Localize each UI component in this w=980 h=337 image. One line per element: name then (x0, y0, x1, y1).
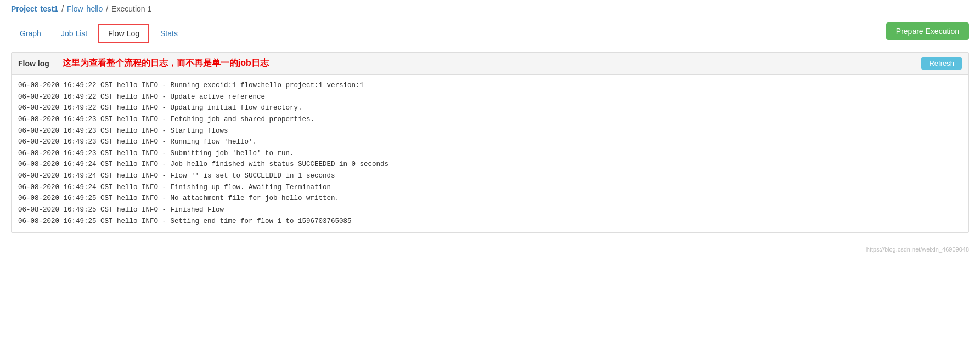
log-line: 06-08-2020 16:49:23 CST hello INFO - Sta… (18, 125, 962, 137)
log-line: 06-08-2020 16:49:22 CST hello INFO - Upd… (18, 92, 962, 103)
tab-flow-log[interactable]: Flow Log (98, 24, 149, 43)
log-line: 06-08-2020 16:49:24 CST hello INFO - Fin… (18, 182, 962, 193)
log-content: 06-08-2020 16:49:22 CST hello INFO - Run… (12, 75, 968, 232)
tab-graph[interactable]: Graph (11, 25, 50, 42)
log-line: 06-08-2020 16:49:24 CST hello INFO - Flo… (18, 170, 962, 182)
log-line: 06-08-2020 16:49:25 CST hello INFO - Set… (18, 216, 962, 227)
log-line: 06-08-2020 16:49:23 CST hello INFO - Sub… (18, 148, 962, 159)
log-line: 06-08-2020 16:49:22 CST hello INFO - Upd… (18, 102, 962, 114)
log-line: 06-08-2020 16:49:25 CST hello INFO - Fin… (18, 204, 962, 216)
log-line: 06-08-2020 16:49:24 CST hello INFO - Job… (18, 159, 962, 170)
breadcrumb: Project test1 / Flow hello / Execution 1 (0, 0, 980, 18)
breadcrumb-flow-label: Flow (67, 4, 83, 13)
breadcrumb-flow-name[interactable]: hello (87, 4, 103, 13)
breadcrumb-sep1: / (61, 4, 64, 13)
flowlog-notice: 这里为查看整个流程的日志，而不再是单一的job日志 (63, 58, 269, 69)
log-line: 06-08-2020 16:49:23 CST hello INFO - Fet… (18, 114, 962, 125)
flowlog-header: Flow log 这里为查看整个流程的日志，而不再是单一的job日志 Refre… (12, 53, 968, 75)
tab-job-list[interactable]: Job List (52, 25, 96, 42)
flowlog-section: Flow log 这里为查看整个流程的日志，而不再是单一的job日志 Refre… (11, 52, 969, 233)
breadcrumb-execution: Execution 1 (111, 4, 151, 13)
flowlog-title: Flow log (18, 59, 49, 68)
log-line: 06-08-2020 16:49:25 CST hello INFO - No … (18, 193, 962, 204)
log-line: 06-08-2020 16:49:23 CST hello INFO - Run… (18, 136, 962, 148)
tab-stats[interactable]: Stats (151, 25, 187, 42)
tabs-row: Graph Job List Flow Log Stats Prepare Ex… (0, 18, 980, 43)
breadcrumb-project-name[interactable]: test1 (40, 4, 58, 13)
prepare-execution-button[interactable]: Prepare Execution (886, 22, 969, 40)
refresh-button[interactable]: Refresh (921, 57, 962, 70)
breadcrumb-sep2: / (106, 4, 108, 13)
log-line: 06-08-2020 16:49:22 CST hello INFO - Run… (18, 80, 962, 92)
footer-watermark: https://blog.csdn.net/weixin_46909048 (0, 244, 980, 255)
breadcrumb-project-label: Project (11, 4, 37, 13)
